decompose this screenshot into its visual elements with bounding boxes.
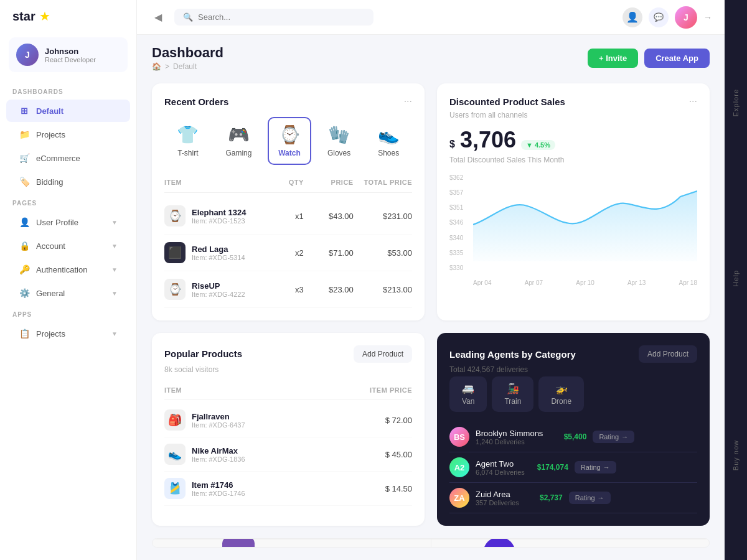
avatar-sm[interactable]: 👤 xyxy=(622,7,642,27)
agents-add-button[interactable]: Add Product xyxy=(639,345,697,363)
item-info: ⌚ RiseUP Item: #XDG-4222 xyxy=(164,279,254,300)
sidebar-item-projects[interactable]: 📁 Projects xyxy=(6,123,130,146)
popular-products-card: Popular Products Add Product 8k social v… xyxy=(152,333,425,526)
sidebar-item-projects-app[interactable]: 📋 Projects ▼ xyxy=(6,322,130,345)
product-price: $ 14.50 xyxy=(329,484,412,493)
breadcrumb-separator: > xyxy=(165,62,169,71)
content-area: Recent Orders ··· 👕 T-shirt 🎮 Gaming ⌚ xyxy=(137,71,725,560)
sidebar-item-general[interactable]: ⚙️ General ▼ xyxy=(6,282,130,304)
arrow-right-icon: → xyxy=(598,494,604,502)
logo-text: star xyxy=(12,9,35,24)
sidebar-item-default[interactable]: ⊞ Default xyxy=(6,100,130,122)
tab-label: Shoes xyxy=(378,149,399,157)
rating-label: Rating xyxy=(599,433,619,441)
col-qty: QTY xyxy=(259,179,304,186)
tab-gaming[interactable]: 🎮 Gaming xyxy=(215,117,261,165)
avatar: A2 xyxy=(449,457,469,477)
chevron-down-icon: ▼ xyxy=(111,266,118,273)
help-label[interactable]: Help xyxy=(732,265,740,292)
agent-deliveries: 1,240 Deliveries xyxy=(476,438,543,446)
notifications-button[interactable]: 💬 xyxy=(649,7,669,27)
folder-icon: 📁 xyxy=(19,129,30,140)
x-label: Apr 18 xyxy=(679,279,697,286)
create-app-button[interactable]: Create App xyxy=(644,49,710,68)
product-details: Fjallraven Item: #XDG-6437 xyxy=(192,412,245,429)
main-content: ◀ 🔍 👤 💬 J → Dashboard 🏠 > Default + Inv xyxy=(137,0,725,560)
explore-label[interactable]: Explore xyxy=(732,84,740,121)
search-icon: 🔍 xyxy=(183,12,193,22)
tab-watch[interactable]: ⌚ Watch xyxy=(268,117,311,165)
aspnet-logo: Cre xyxy=(483,538,515,548)
item-details: Elephant 1324 Item: #XDG-1523 xyxy=(192,208,246,225)
search-bar[interactable]: 🔍 xyxy=(174,9,374,26)
item-id: Item: #XDG-1523 xyxy=(192,217,246,225)
tab-drone[interactable]: 🚁 Drone xyxy=(538,376,584,412)
aspnet-banner: Cre ASP.NET Core 7 xyxy=(431,539,710,548)
agents-subtitle: Total 424,567 deliveries xyxy=(449,365,697,374)
product-image: 👟 xyxy=(164,444,186,465)
item-name: Red Laga xyxy=(192,245,245,254)
sidebar-item-ecommerce[interactable]: 🛒 eCommerce xyxy=(6,147,130,169)
rating-button[interactable]: Rating → xyxy=(569,492,611,504)
bottom-cards-row: Popular Products Add Product 8k social v… xyxy=(152,333,710,526)
promotion-banners: B Bootstrap 5 Cre ASP.NET Core 7 xyxy=(152,538,710,548)
sidebar-item-bidding[interactable]: 🏷️ Bidding xyxy=(6,170,130,193)
currency-symbol: $ xyxy=(449,139,455,150)
table-row: ⌚ RiseUP Item: #XDG-4222 x3 $23.00 $213.… xyxy=(164,271,412,308)
page-header-section: Dashboard 🏠 > Default + Invite Create Ap… xyxy=(137,35,725,71)
item-info: ⌚ Elephant 1324 Item: #XDG-1523 xyxy=(164,205,254,226)
table-row: A2 Agent Two 6,074 Deliveries $174,074 R… xyxy=(449,452,697,483)
item-qty: x3 xyxy=(259,285,304,294)
search-input[interactable] xyxy=(198,12,322,22)
watch-icon: ⌚ xyxy=(279,124,301,145)
tab-gloves[interactable]: 🧤 Gloves xyxy=(317,117,361,165)
product-info: 👟 Nike AirMax Item: #XDG-1836 xyxy=(164,444,329,465)
rating-button[interactable]: Rating → xyxy=(593,431,634,443)
chart-svg xyxy=(473,174,697,261)
user-avatar-main[interactable]: J xyxy=(675,6,697,29)
tab-van[interactable]: 🚐 Van xyxy=(449,376,487,412)
avatar: J xyxy=(16,44,39,66)
user-profile-card[interactable]: J Johnson React Developer xyxy=(9,37,128,72)
user-name: Johnson xyxy=(45,47,96,56)
sales-menu-icon[interactable]: ··· xyxy=(689,96,697,107)
sidebar-item-label: Default xyxy=(36,106,63,116)
tab-train[interactable]: 🚂 Train xyxy=(492,376,533,412)
orders-menu-icon[interactable]: ··· xyxy=(404,96,412,107)
tab-tshirt[interactable]: 👕 T-shirt xyxy=(166,117,210,165)
tab-shoes[interactable]: 👟 Shoes xyxy=(367,117,410,165)
y-label: $340 xyxy=(449,235,463,241)
user-info: Johnson React Developer xyxy=(45,47,96,63)
rating-button[interactable]: Rating → xyxy=(575,461,616,474)
popular-title: Popular Products xyxy=(164,348,242,359)
product-id: Item: #XDG-1836 xyxy=(192,455,245,463)
collapse-button[interactable]: ◀ xyxy=(149,9,167,26)
invite-button[interactable]: + Invite xyxy=(588,49,638,68)
sidebar-item-user-profile[interactable]: 👤 User Profile ▼ xyxy=(6,211,130,233)
sales-badge: ▼ 4.5% xyxy=(521,140,555,150)
drone-icon: 🚁 xyxy=(555,383,568,394)
sidebar-item-label: Projects xyxy=(36,130,65,139)
col-total: TOTAL PRICE xyxy=(359,179,412,186)
agent-info: Zuid Area 357 Deliveries xyxy=(476,490,519,506)
product-name: Nike AirMax xyxy=(192,446,245,455)
buy-now-label[interactable]: Buy now xyxy=(732,435,740,475)
rating-label: Rating xyxy=(575,494,595,502)
add-product-button[interactable]: Add Product xyxy=(354,345,412,363)
section-label-dashboards: DASHBOARDS xyxy=(0,82,136,99)
sidebar-item-authentication[interactable]: 🔑 Authentication ▼ xyxy=(6,258,130,281)
section-label-pages: PAGES xyxy=(0,194,136,210)
tab-label: Gaming xyxy=(225,149,251,157)
sidebar-item-label: Projects xyxy=(36,329,65,338)
product-info: 🎒 Fjallraven Item: #XDG-6437 xyxy=(164,409,329,431)
item-id: Item: #XDG-5314 xyxy=(192,254,245,261)
section-label-apps: APPS xyxy=(0,305,136,322)
key-icon: 🔑 xyxy=(19,264,30,275)
van-icon: 🚐 xyxy=(462,383,474,394)
train-icon: 🚂 xyxy=(507,383,519,394)
tab-label: Train xyxy=(504,397,521,406)
product-price: $ 72.00 xyxy=(329,416,412,425)
orders-card-header: Recent Orders ··· xyxy=(164,96,412,107)
sidebar-item-account[interactable]: 🔒 Account ▼ xyxy=(6,235,130,257)
agent-info: Agent Two 6,074 Deliveries xyxy=(476,459,525,476)
